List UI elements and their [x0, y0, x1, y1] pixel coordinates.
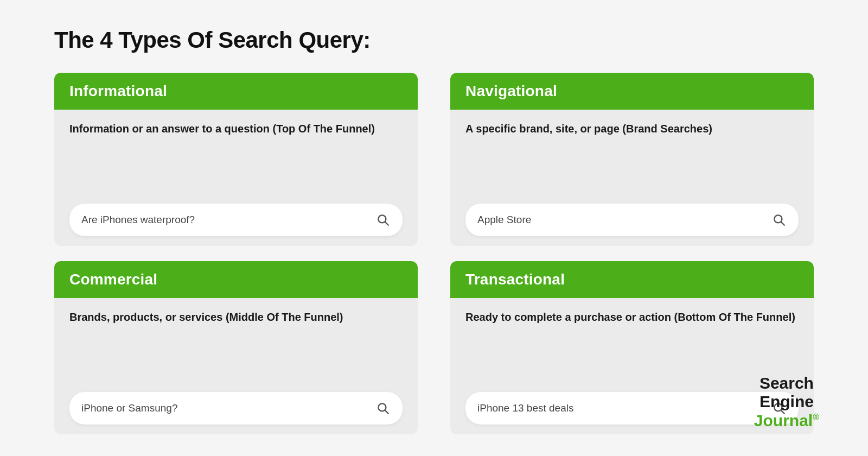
search-text-informational: Are iPhones waterproof?	[81, 214, 195, 226]
svg-line-3	[781, 222, 784, 225]
card-header-informational: Informational	[54, 73, 418, 110]
search-icon-informational	[374, 211, 392, 229]
search-icon-navigational	[770, 211, 788, 229]
card-body-commercial: Brands, products, or services (Middle Of…	[54, 298, 418, 434]
search-text-commercial: iPhone or Samsung?	[81, 402, 177, 414]
card-header-text-commercial: Commercial	[69, 271, 157, 288]
card-informational: Informational Information or an answer t…	[54, 73, 418, 246]
card-body-informational: Information or an answer to a question (…	[54, 110, 418, 246]
sej-logo: Search Engine Journal®	[754, 374, 819, 430]
sej-line2: Engine	[754, 392, 819, 411]
search-text-navigational: Apple Store	[477, 214, 531, 226]
card-description-navigational: A specific brand, site, or page (Brand S…	[465, 122, 799, 136]
sej-line3: Journal®	[754, 411, 819, 430]
card-header-text-transactional: Transactional	[465, 271, 565, 288]
card-description-informational: Information or an answer to a question (…	[69, 122, 403, 136]
search-bar-informational[interactable]: Are iPhones waterproof?	[69, 204, 403, 236]
card-body-navigational: A specific brand, site, or page (Brand S…	[450, 110, 814, 246]
card-navigational: Navigational A specific brand, site, or …	[450, 73, 814, 246]
card-header-navigational: Navigational	[450, 73, 814, 110]
search-bar-transactional[interactable]: iPhone 13 best deals	[465, 392, 799, 425]
card-header-text-navigational: Navigational	[465, 83, 557, 99]
page-wrapper: The 4 Types Of Search Query: Information…	[0, 0, 868, 456]
search-bar-navigational[interactable]: Apple Store	[465, 204, 799, 236]
search-bar-commercial[interactable]: iPhone or Samsung?	[69, 392, 403, 425]
card-header-commercial: Commercial	[54, 261, 418, 298]
search-icon-commercial	[374, 400, 392, 417]
sej-line1: Search	[754, 374, 819, 393]
card-commercial: Commercial Brands, products, or services…	[54, 261, 418, 434]
card-description-transactional: Ready to complete a purchase or action (…	[465, 310, 799, 325]
cards-grid: Informational Information or an answer t…	[54, 73, 814, 434]
svg-line-5	[385, 410, 388, 414]
page-title: The 4 Types Of Search Query:	[54, 27, 814, 53]
svg-line-1	[385, 222, 388, 225]
card-description-commercial: Brands, products, or services (Middle Of…	[69, 310, 403, 325]
card-header-transactional: Transactional	[450, 261, 814, 298]
card-header-text-informational: Informational	[69, 83, 167, 99]
search-text-transactional: iPhone 13 best deals	[477, 402, 573, 414]
